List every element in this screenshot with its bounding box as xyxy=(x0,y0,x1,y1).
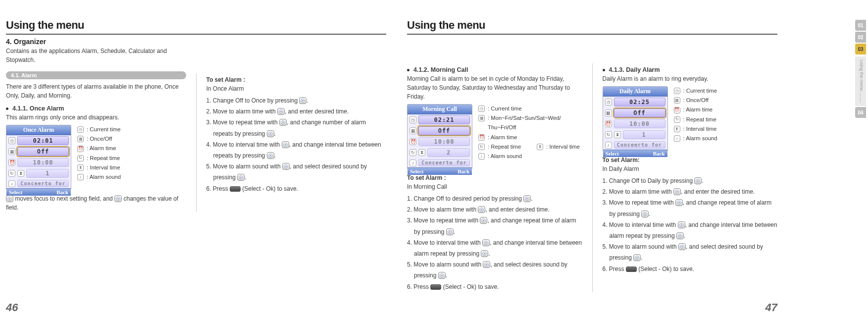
step-item: Move to alarm time with , and enter the … xyxy=(603,186,778,197)
alarm-icon: ⏰ xyxy=(478,134,485,141)
step-item: Change Off to Daily by pressing . xyxy=(603,175,778,186)
bullet-icon xyxy=(6,107,8,110)
nav-key-icon xyxy=(6,195,13,202)
clock-icon: ◷ xyxy=(674,88,680,94)
nav-key-icon xyxy=(523,195,531,202)
nav-note-a: moves focus to next setting field, and xyxy=(13,195,114,202)
phone-time: 02:25 xyxy=(614,98,665,107)
step-item: Move to alarm sound with , and select de… xyxy=(206,161,387,183)
nav-key-icon xyxy=(481,250,488,257)
tab-04[interactable]: 04 xyxy=(855,107,866,118)
phone-time: 02:01 xyxy=(17,136,69,145)
legend-label: : Alarm sound xyxy=(87,172,121,182)
legend-label: : Interval time xyxy=(87,163,120,172)
daily-heading-label: 4.1.3. Daily Alarm xyxy=(609,66,660,73)
tab-02[interactable]: 02 xyxy=(855,32,866,43)
nav-key-icon xyxy=(678,243,686,250)
soft-key-icon xyxy=(430,284,441,290)
soft-key-icon xyxy=(626,267,637,272)
sound-icon: ♪ xyxy=(8,180,15,187)
step-item: Change Off to Once by pressing . xyxy=(206,95,387,106)
nav-key-icon xyxy=(478,206,485,213)
nav-key-icon xyxy=(282,141,289,148)
nav-key-icon xyxy=(279,119,287,126)
legend-label: : Interval time xyxy=(546,142,580,152)
once-heading-label: 4.1.1. Once Alarm xyxy=(12,105,64,112)
sound-icon: ♪ xyxy=(409,160,416,166)
edge-tabs: 01 02 03 Using the menu ......... 04 xyxy=(855,20,866,118)
nav-key-icon xyxy=(641,211,649,217)
page-46: Using the menu 4. Organizer Contains as … xyxy=(0,0,391,322)
soft-key-icon xyxy=(230,186,241,192)
softkey-select: Select xyxy=(410,168,423,174)
step-item: Move to alarm sound with , and select de… xyxy=(407,259,582,281)
legend-label: : Current time xyxy=(488,104,521,113)
set-alarm-sub: In Once Alarm xyxy=(206,84,387,93)
legend-once: ◷: Current time ▦: Once/Off ⏰: Alarm tim… xyxy=(77,125,121,190)
tab-03[interactable]: 03 xyxy=(855,44,866,54)
phone-sound: Conceerto for xyxy=(418,159,470,166)
legend-label: : Alarm sound xyxy=(683,134,717,143)
morning-steps: Change Off to desired period by pressing… xyxy=(407,193,582,292)
calendar-icon: ▦ xyxy=(605,109,612,116)
phone-sound: Conceerto for xyxy=(614,141,665,149)
repeat-icon: ↻ xyxy=(605,131,612,138)
alarm-icon: ⏰ xyxy=(8,159,15,166)
clock-icon: ◷ xyxy=(8,137,15,144)
left-column: 4.1.2. Morning Call Morning Call is alar… xyxy=(407,61,582,292)
legend-label: : Interval time xyxy=(683,124,717,134)
interval-icon: ⧗ xyxy=(674,126,680,132)
nav-key-icon xyxy=(277,108,285,115)
legend-label: Thu~Fri/Off xyxy=(488,123,516,132)
right-column: To set Alarm : In Once Alarm Change Off … xyxy=(206,71,387,212)
left-column: 4.1. Alarm There are 3 different types o… xyxy=(6,71,186,212)
nav-key-icon xyxy=(482,239,490,246)
legend-label: : Mon~Fri/Sat~Sun/Sat~Wed/ xyxy=(488,113,561,123)
step-item: Press (Select - Ok) to save. xyxy=(206,183,387,194)
softkey-back: Back xyxy=(653,151,665,157)
daily-heading: 4.1.3. Daily Alarm xyxy=(603,66,778,73)
sound-icon: ♪ xyxy=(605,142,612,149)
softkey-back: Back xyxy=(458,168,469,174)
phone-state: Off xyxy=(17,147,69,156)
repeat-icon: ↻ xyxy=(8,170,15,177)
set-alarm-heading: To set Alarm : xyxy=(407,174,582,181)
nav-key-icon xyxy=(676,232,684,239)
calendar-icon: ▦ xyxy=(409,127,416,134)
step-item: Change Off to desired period by pressing… xyxy=(407,193,582,204)
nav-key-icon xyxy=(237,174,245,181)
daily-screenshot: Daily Alarm ◷02:25 ▦Off ⏰10:00 ↻⧗1 ♪Conc… xyxy=(603,86,668,152)
step-item: Move to repeat time with , and change re… xyxy=(603,197,778,219)
interval-icon: ⧗ xyxy=(537,144,543,150)
interval-icon: ⧗ xyxy=(77,164,84,171)
alarm-icon: ⏰ xyxy=(409,138,416,145)
alarm-icon: ⏰ xyxy=(77,146,84,152)
nav-key-icon xyxy=(299,97,306,104)
phone-interval: 1 xyxy=(26,169,69,178)
calendar-icon: ▦ xyxy=(478,115,485,121)
step-item: Move to alarm time with , and enter desi… xyxy=(407,204,582,215)
legend-label: : Current time xyxy=(87,125,120,134)
set-alarm-sub: In Morning Call xyxy=(407,182,582,191)
step-item: Press (Select - Ok) to save. xyxy=(407,281,582,292)
legend-label: : Once/Off xyxy=(683,96,709,105)
clock-icon: ◷ xyxy=(409,116,416,123)
step-item: Move to interval time with , and change … xyxy=(206,139,387,161)
legend-label: : Current time xyxy=(683,86,717,96)
phone-title: Morning Call xyxy=(408,105,472,114)
alarm-intro: There are 3 different types of alarms av… xyxy=(6,82,186,100)
set-alarm-heading: To set Alarm: xyxy=(603,157,778,163)
softkey-select: Select xyxy=(606,151,619,157)
phone-sound: Conceerto for xyxy=(17,180,69,187)
legend-label: : Alarm sound xyxy=(488,152,522,161)
once-desc: This alarm rings only once and disappear… xyxy=(6,113,186,122)
once-steps: Change Off to Once by pressing .Move to … xyxy=(206,95,387,194)
phone-repeat: 10:00 xyxy=(17,158,69,167)
clock-icon: ◷ xyxy=(605,99,612,106)
sound-icon: ♪ xyxy=(674,135,680,142)
tab-01[interactable]: 01 xyxy=(855,20,866,31)
sound-icon: ♪ xyxy=(478,153,485,160)
nav-key-icon xyxy=(114,195,122,202)
legend-label: : Alarm time xyxy=(87,144,116,153)
page-47: Using the menu 4.1.2. Morning Call Morni… xyxy=(401,0,792,322)
